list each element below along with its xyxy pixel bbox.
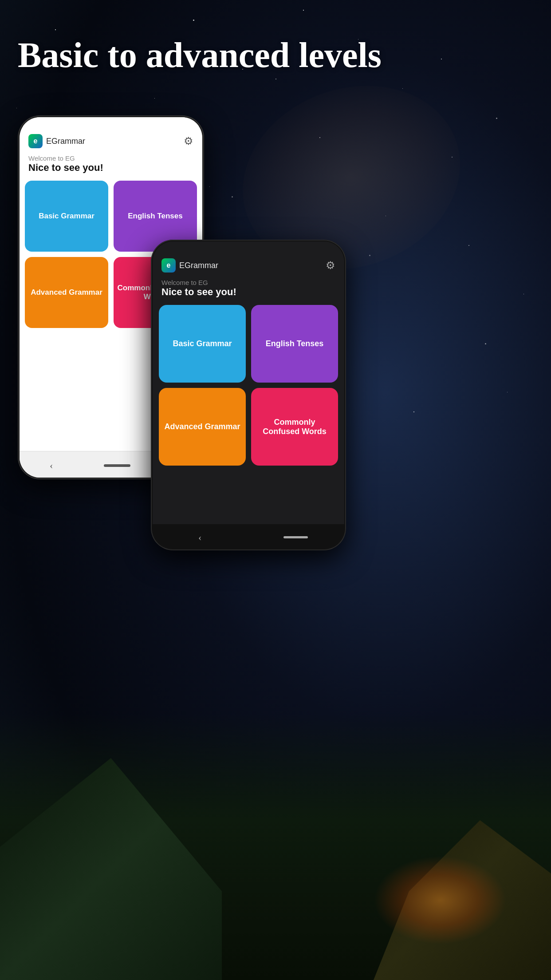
nav-back-button-back[interactable]: ‹ bbox=[40, 459, 63, 472]
welcome-sub-back: Welcome to EG bbox=[28, 154, 193, 162]
app-logo-icon-front: e bbox=[161, 258, 176, 273]
horizon-glow bbox=[374, 856, 507, 944]
gear-icon-back[interactable]: ⚙ bbox=[184, 135, 193, 147]
app-name-back: EGrammar bbox=[46, 137, 85, 146]
card-english-tenses-front[interactable]: English Tenses bbox=[251, 305, 338, 383]
card-confused-words-front[interactable]: Commonly Confused Words bbox=[251, 388, 338, 466]
welcome-section-back: Welcome to EG Nice to see you! bbox=[20, 153, 202, 181]
phone-front: e EGrammar ⚙ Welcome to EG Nice to see y… bbox=[151, 240, 346, 550]
nav-home-button-front[interactable] bbox=[283, 536, 308, 538]
welcome-sub-front: Welcome to EG bbox=[161, 279, 335, 286]
app-header-back: e EGrammar ⚙ bbox=[20, 126, 202, 153]
app-header-front: e EGrammar ⚙ bbox=[153, 250, 344, 277]
card-advanced-grammar-front[interactable]: Advanced Grammar bbox=[159, 388, 246, 466]
card-advanced-grammar-back[interactable]: Advanced Grammar bbox=[25, 257, 108, 328]
card-grid-front: Basic Grammar English Tenses Advanced Gr… bbox=[153, 305, 344, 466]
page-title: Basic to advanced levels bbox=[18, 36, 533, 75]
app-name-front: EGrammar bbox=[179, 261, 218, 270]
landscape bbox=[0, 714, 551, 980]
gear-icon-front[interactable]: ⚙ bbox=[326, 259, 335, 272]
nav-back-button-front[interactable]: ‹ bbox=[189, 531, 211, 544]
card-basic-grammar-back[interactable]: Basic Grammar bbox=[25, 181, 108, 252]
nav-home-button-back[interactable] bbox=[104, 464, 130, 467]
nav-bar-front: ‹ bbox=[153, 524, 344, 549]
app-logo-front: e EGrammar bbox=[161, 258, 218, 273]
card-basic-grammar-front[interactable]: Basic Grammar bbox=[159, 305, 246, 383]
welcome-section-front: Welcome to EG Nice to see you! bbox=[153, 277, 344, 305]
phone-front-shell: e EGrammar ⚙ Welcome to EG Nice to see y… bbox=[151, 240, 346, 550]
welcome-main-front: Nice to see you! bbox=[161, 286, 335, 298]
app-logo-back: e EGrammar bbox=[28, 134, 85, 148]
mountain-left bbox=[0, 758, 222, 980]
welcome-main-back: Nice to see you! bbox=[28, 162, 193, 174]
app-logo-icon-back: e bbox=[28, 134, 43, 148]
phone-front-screen: e EGrammar ⚙ Welcome to EG Nice to see y… bbox=[153, 241, 344, 549]
